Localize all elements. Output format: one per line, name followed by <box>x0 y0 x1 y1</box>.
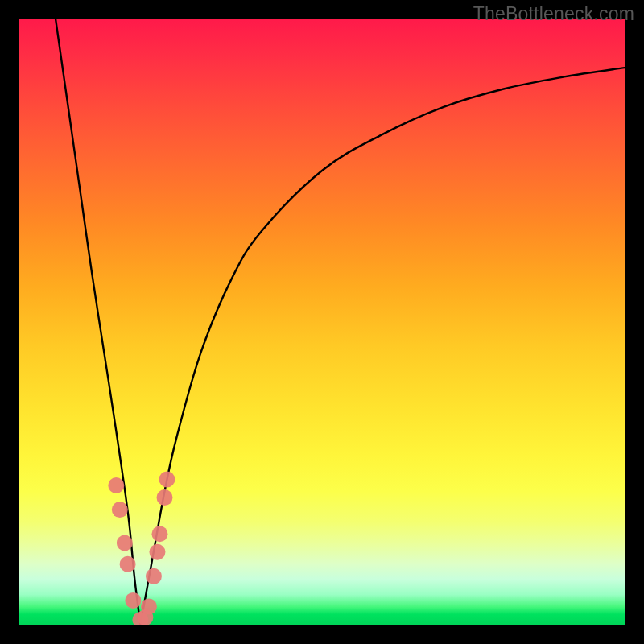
dot <box>112 502 128 518</box>
dot <box>149 544 165 560</box>
plot-area <box>19 19 625 625</box>
curve-left-branch <box>56 19 140 625</box>
dot <box>117 535 133 551</box>
dot <box>159 472 175 488</box>
dot <box>151 526 167 542</box>
highlight-dots <box>108 472 175 625</box>
dot <box>146 568 162 584</box>
dot <box>156 489 172 506</box>
bottleneck-curve <box>56 19 625 625</box>
curve-layer <box>19 19 625 625</box>
dot <box>125 592 141 609</box>
chart-frame: TheBottleneck.com <box>0 0 644 644</box>
curve-right-branch <box>140 68 625 625</box>
dot <box>120 556 136 572</box>
dot <box>108 477 124 493</box>
watermark-text: TheBottleneck.com <box>473 3 634 25</box>
dot <box>141 598 157 614</box>
